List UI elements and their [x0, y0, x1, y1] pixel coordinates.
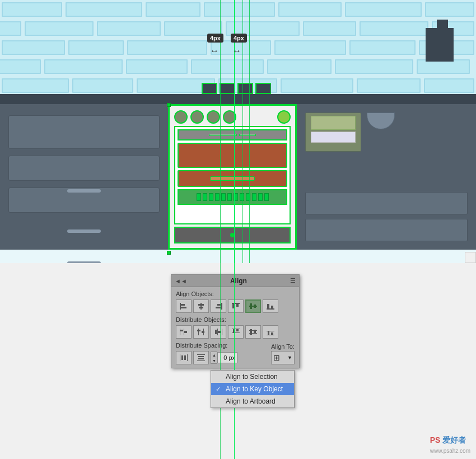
- svg-rect-30: [232, 329, 240, 329]
- right-top-area: [305, 113, 468, 152]
- distribute-spacing-group: Distribute Spacing: ▲ ▼: [176, 342, 237, 364]
- burner-3: [207, 110, 220, 124]
- panel-controls-right[interactable]: ☰: [290, 277, 296, 284]
- svg-rect-0: [180, 303, 181, 310]
- watermark-text: 爱好者: [442, 435, 466, 444]
- align-left-btn[interactable]: [176, 299, 192, 313]
- align-to-key-object-item[interactable]: ✓ Align to Key Object: [211, 383, 294, 395]
- guide-line-below-1: [220, 263, 221, 459]
- dist-spacing-v-btn[interactable]: [193, 351, 209, 364]
- panel-menu-btn[interactable]: ☰: [290, 277, 296, 284]
- check-2: ✓: [216, 386, 222, 393]
- svg-rect-38: [267, 331, 274, 331]
- spacing-down-arrow[interactable]: ▼: [211, 358, 217, 363]
- oven-rack-1: [178, 143, 287, 168]
- measure-label-1: 4px: [207, 34, 223, 43]
- dist-right-btn[interactable]: [211, 325, 226, 339]
- center-stove: [168, 104, 297, 250]
- svg-rect-4: [198, 304, 204, 306]
- align-center-h-btn[interactable]: [193, 299, 209, 313]
- align-top-btn[interactable]: [228, 299, 244, 313]
- svg-rect-41: [271, 332, 273, 335]
- burner-row: [174, 110, 291, 124]
- right-cabinet: [297, 104, 476, 250]
- align-right-btn[interactable]: [211, 299, 226, 313]
- canvas-area: 4px 4px ↔ ↔: [0, 0, 476, 263]
- panel-titlebar[interactable]: ◄◄ Align ☰: [171, 275, 299, 287]
- dist-left-btn[interactable]: [176, 325, 192, 339]
- measure-label-2: 4px: [231, 34, 247, 43]
- watermark-ps: PS: [430, 435, 441, 444]
- svg-rect-36: [250, 329, 252, 335]
- burner-1: [174, 110, 188, 124]
- left-drawer-small-1: [8, 156, 160, 181]
- shelf-items: [202, 83, 271, 94]
- svg-rect-28: [215, 330, 217, 334]
- svg-rect-29: [218, 331, 221, 333]
- dist-center-v-btn[interactable]: [245, 325, 261, 339]
- svg-rect-49: [198, 358, 204, 359]
- dist-spacing-h-btn[interactable]: [176, 351, 192, 364]
- left-drawer-large: [8, 115, 160, 149]
- dist-bottom-btn[interactable]: [263, 325, 278, 339]
- align-panel[interactable]: ◄◄ Align ☰ Align Objects:: [171, 274, 300, 368]
- align-center-v-btn[interactable]: [245, 299, 261, 313]
- dropdown-arrow: ▼: [287, 355, 292, 360]
- svg-rect-48: [198, 356, 204, 357]
- svg-rect-9: [232, 303, 240, 304]
- svg-rect-13: [250, 303, 252, 309]
- panel-collapse-btn[interactable]: ◄◄: [175, 278, 187, 284]
- svg-rect-46: [197, 354, 205, 355]
- guide-line-4: [249, 0, 250, 263]
- receipt-printer: [305, 113, 361, 152]
- distribute-objects-row: [176, 325, 295, 339]
- svg-rect-42: [180, 354, 180, 361]
- oven-bottom-panel: [178, 189, 287, 205]
- oven-rack-2: [178, 170, 287, 187]
- svg-rect-21: [184, 331, 187, 333]
- svg-rect-11: [236, 304, 239, 307]
- svg-rect-40: [268, 331, 269, 335]
- align-to-selection-label: Align to Selection: [226, 373, 278, 381]
- align-to-menu[interactable]: Align to Selection ✓ Align to Key Object…: [211, 370, 295, 408]
- rack-handle: [210, 176, 255, 181]
- svg-rect-3: [200, 303, 202, 310]
- check-3: [216, 398, 222, 405]
- svg-rect-24: [197, 330, 200, 331]
- svg-rect-44: [181, 355, 183, 360]
- burner-right: [277, 110, 291, 124]
- below-canvas-area: ◄◄ Align ☰ Align Objects:: [0, 263, 476, 459]
- svg-rect-45: [184, 355, 186, 360]
- svg-rect-25: [202, 331, 204, 333]
- align-bottom-btn[interactable]: [263, 299, 278, 313]
- spacing-up-arrow[interactable]: ▲: [211, 352, 217, 358]
- right-deco: [426, 28, 454, 62]
- svg-rect-26: [217, 329, 218, 335]
- measure-arrow-1: ↔: [210, 46, 219, 56]
- spacing-arrows[interactable]: ▲ ▼: [211, 352, 217, 364]
- spacing-input-group[interactable]: ▲ ▼ 0 px: [211, 352, 237, 364]
- svg-rect-43: [187, 354, 188, 361]
- align-to-selection-item[interactable]: Align to Selection: [211, 371, 294, 383]
- align-to-icon: ⊞: [273, 353, 280, 362]
- right-drawer-1: [305, 192, 468, 214]
- svg-rect-1: [181, 304, 185, 306]
- main-counter: [0, 104, 476, 250]
- panel-controls-left: ◄◄: [175, 278, 187, 284]
- right-drawer-2: [305, 219, 468, 241]
- dist-center-h-btn[interactable]: [193, 325, 209, 339]
- svg-rect-47: [197, 360, 205, 361]
- oven-inner: [174, 126, 291, 224]
- align-to-key-object-label: Align to Key Object: [226, 385, 283, 393]
- svg-rect-15: [267, 308, 274, 310]
- counter-band: [0, 94, 476, 104]
- distribute-objects-label: Distribute Objects:: [176, 316, 295, 323]
- align-to-artboard-item[interactable]: Align to Artboard: [211, 395, 294, 408]
- svg-rect-16: [267, 304, 269, 308]
- stove-bottom-drawer: [174, 227, 291, 243]
- svg-rect-27: [222, 329, 222, 335]
- distribute-spacing-label: Distribute Spacing:: [176, 342, 237, 349]
- dist-top-btn[interactable]: [228, 325, 244, 339]
- svg-rect-37: [254, 330, 256, 334]
- align-to-dropdown[interactable]: ⊞ ▼: [271, 351, 295, 364]
